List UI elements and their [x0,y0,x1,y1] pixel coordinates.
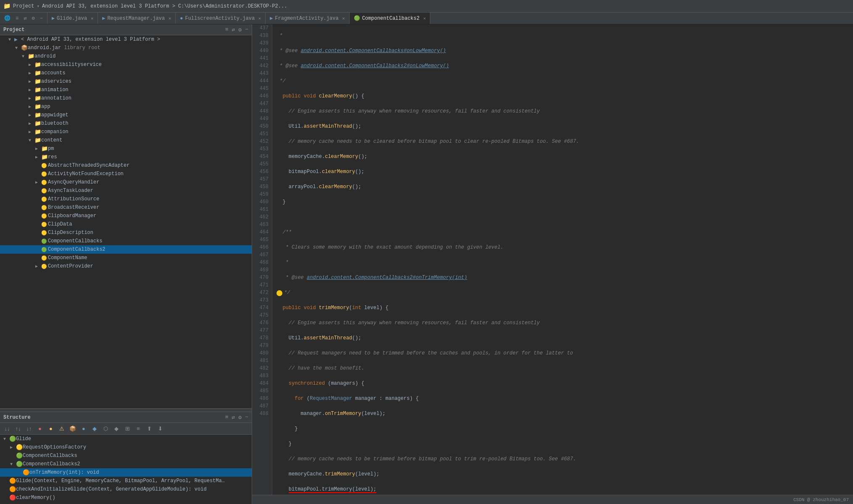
tree-item-root[interactable]: ▼ ▶ < Android API 33, extension level 3 … [0,35,252,44]
tree-item-content[interactable]: ▼ 📁 content [0,136,252,144]
tree-item-clipboard[interactable]: 🟡 ClipboardManager [0,212,252,220]
filter-blue-btn[interactable]: ◆ [90,424,99,433]
tree-item-attribution[interactable]: 🟡 AttributionSource [0,195,252,203]
tree-item-androidjar[interactable]: ▼ 📦 android.jar library root [0,44,252,52]
tab-fs-close[interactable]: ✕ [258,16,261,21]
code-line-461: for (RequestManager manager : managers) … [276,395,853,402]
code-line-438: * @see android.content.ComponentCallback… [276,47,853,55]
tree-label-asynctask: AsyncTaskLoader [48,188,93,194]
tree-item-broadcast[interactable]: 🟡 BroadcastReceiver [0,203,252,212]
structure-align-icon[interactable]: ≡ [225,414,229,421]
structure-split-icon[interactable]: ⇄ [232,414,235,421]
tree-item-asynctask[interactable]: 🟡 AsyncTaskLoader [0,186,252,195]
filter-package-btn[interactable]: 📦 [68,424,77,433]
struct-item-requestoptions[interactable]: ▶ 🟡 RequestOptionsFactory [0,443,252,452]
align-icon[interactable]: ≡ [16,16,18,21]
up-btn[interactable]: ⬆ [145,424,154,433]
tree-item-pm[interactable]: ▶ 📁 pm [0,144,252,153]
filter-hex-btn[interactable]: ⬡ [101,424,110,433]
tree-item-app[interactable]: ▶ 📁 app [0,102,252,111]
split-icon[interactable]: ⇄ [24,15,26,21]
tab-requestmanager[interactable]: ▶ RequestManager.java ✕ [98,13,176,24]
tree-item-appwidget[interactable]: ▶ 📁 appwidget [0,111,252,119]
tree-item-accounts[interactable]: ▶ 📁 accounts [0,69,252,77]
tab-fullscreen[interactable]: ● FullscreenActivity.java ✕ [176,13,266,24]
struct-item-checkinit[interactable]: 🟠 checkAndInitializeGlide(Context, Gener… [0,485,252,494]
tree-label-componentname: ComponentName [48,255,87,261]
panel-gear-icon[interactable]: ⚙ [238,26,242,33]
panel-split-icon[interactable]: ⇄ [232,26,235,33]
minimize-icon[interactable]: − [40,16,43,21]
filter-orange-btn[interactable]: ● [46,424,55,433]
tab-rm-close[interactable]: ✕ [168,16,171,21]
structure-gear-icon[interactable]: ⚙ [238,414,242,421]
code-line-437: * [276,32,853,39]
code-editor[interactable]: 437438439440441 442443444445446 44744844… [252,24,853,495]
tree-item-bluetooth[interactable]: ▶ 📁 bluetooth [0,119,252,128]
struct-item-cc2[interactable]: ▼ 🟢 ComponentCallbacks2 [0,460,252,468]
tree-item-android[interactable]: ▼ 📁 android [0,52,252,60]
panel-minimize-icon[interactable]: − [245,26,248,33]
tree-arrow-androidjar: ▼ [15,46,21,50]
tree-item-componentcallbacks2[interactable]: 🟢 ComponentCallbacks2 [0,245,252,254]
code-line-463: } [276,425,853,433]
tab-glide-label: Glide.java [57,16,87,21]
sort-desc-btn[interactable]: ↓↑ [24,424,34,433]
title-chevron[interactable]: ▾ [37,3,39,9]
structure-toolbar-icons: ≡ ⇄ ⚙ − [225,414,248,421]
tab-glide[interactable]: ▶ Glide.java ✕ [47,13,98,24]
tree-hscrollbar[interactable] [0,408,252,412]
tree-item-companion[interactable]: ▶ 📁 companion [0,128,252,136]
tab-fragmentactivity[interactable]: ▶ FragmentActivity.java ✕ [266,13,350,24]
tab-comp-close[interactable]: ✕ [423,16,426,21]
tree-label-appwidget: appwidget [41,112,68,118]
project-tree[interactable]: ▼ ▶ < Android API 33, extension level 3 … [0,35,252,408]
tree-item-accessibility[interactable]: ▶ 📁 accessibilityservice [0,60,252,69]
globe-icon[interactable]: 🌐 [4,15,11,21]
tab-glide-close[interactable]: ✕ [91,16,93,21]
struct-item-glide[interactable]: ▼ 🟢 Glide [0,435,252,443]
struct-item-cc[interactable]: 🟢 ComponentCallbacks [0,452,252,460]
tree-item-adservices[interactable]: ▶ 📁 adservices [0,77,252,86]
tree-label-activitynotfound: ActivityNotFoundException [48,171,124,177]
tree-item-clipdata[interactable]: 🟡 ClipData [0,220,252,228]
tree-item-activitynotfound[interactable]: 🟡 ActivityNotFoundException [0,170,252,178]
tree-item-res[interactable]: ▶ 📁 res [0,153,252,161]
struct-label-glideconstructor: Glide(Context, Engine, MemoryCache, Bitm… [16,478,226,484]
tree-item-asyncquery[interactable]: ▶ 🟡 AsyncQueryHandler [0,178,252,186]
filter-warn-btn[interactable]: ⚠ [57,424,66,433]
filter-field-btn[interactable]: ● [79,424,88,433]
tree-item-componentname[interactable]: 🟡 ComponentName [0,254,252,262]
tree-item-contentprovider[interactable]: ▶ 🟡 ContentProvider [0,262,252,270]
tree-item-animation[interactable]: ▶ 📁 animation [0,86,252,94]
project-panel-header: Project ≡ ⇄ ⚙ − [0,24,252,35]
tab-fa-close[interactable]: ✕ [342,16,345,21]
sort-asc-btn[interactable]: ↑↓ [13,424,23,433]
list-btn[interactable]: ≡ [134,424,143,433]
tree-label-broadcast: BroadcastReceiver [48,205,99,210]
down-btn[interactable]: ⬇ [155,424,165,433]
tree-label-clipdesc: ClipDescription [48,230,93,236]
tree-item-annotation[interactable]: ▶ 📁 annotation [0,94,252,102]
filter-hex2-btn[interactable]: ◆ [112,424,121,433]
tree-item-clipdesc[interactable]: 🟡 ClipDescription [0,228,252,237]
struct-item-ontrim[interactable]: 🟠 onTrimMemory(int): void [0,468,252,477]
structure-tree[interactable]: ▼ 🟢 Glide ▶ 🟡 RequestOptionsFactory 🟢 [0,435,252,504]
struct-item-glideconstructor[interactable]: 🟠 Glide(Context, Engine, MemoryCache, Bi… [0,477,252,485]
tree-item-abstractthreaded[interactable]: 🟡 AbstractThreadedSyncAdapter [0,161,252,170]
settings-icon[interactable]: ⚙ [32,15,34,21]
panel-align-icon[interactable]: ≡ [225,26,229,33]
filter-red-btn[interactable]: ● [35,424,45,433]
tab-icons-left[interactable]: 🌐 ≡ ⇄ ⚙ − [0,13,47,24]
expand-btn[interactable]: ⊞ [123,424,132,433]
struct-item-clearmemory[interactable]: 🔴 clearMemory() [0,494,252,502]
panel-header-icons: ≡ ⇄ ⚙ − [225,26,248,33]
code-line-465: // memory cache needs to be trimmed befo… [276,455,853,463]
project-icon: 📁 [3,3,11,10]
tab-glide-icon: ▶ [52,15,55,21]
tree-arrow-appwidget: ▶ [29,113,34,118]
sort-alpha-asc-btn[interactable]: ↓↓ [3,424,12,433]
tab-component[interactable]: 🟢 ComponentCallbacks2 ✕ [350,13,431,24]
structure-minimize-icon[interactable]: − [245,414,248,421]
tree-item-componentcallbacks[interactable]: 🟢 ComponentCallbacks [0,237,252,245]
